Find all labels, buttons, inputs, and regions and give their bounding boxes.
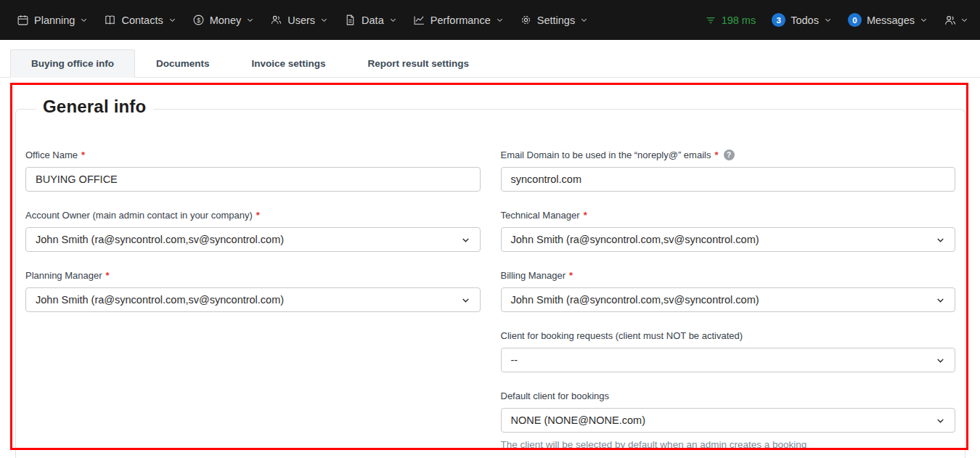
booking-client-select[interactable]: -- (501, 348, 956, 372)
nav-item-label: Performance (430, 15, 491, 26)
performance-chart-icon (413, 14, 425, 26)
field-booking-client: Client for booking requests (client must… (501, 330, 956, 372)
nav-item-settings[interactable]: Settings (512, 14, 596, 26)
field-billing-manager: Billing Manager * John Smith (ra@syncont… (501, 270, 956, 312)
chevron-down-icon (960, 16, 968, 24)
gear-icon (520, 14, 532, 26)
nav-item-performance[interactable]: Performance (405, 14, 512, 26)
general-info-section: General info Office Name * Account Owner… (15, 99, 965, 458)
main-menu: Planning Contacts $ Money Users Data Per… (9, 14, 596, 26)
field-default-client: Default client for bookings NONE (NONE@N… (501, 390, 956, 450)
default-client-select[interactable]: NONE (NONE@NONE.com) (501, 408, 956, 433)
required-asterisk: * (256, 210, 260, 221)
field-office-name: Office Name * (25, 150, 481, 192)
office-name-label: Office Name * (25, 150, 481, 160)
account-owner-label: Account Owner (main admin contact in you… (25, 210, 481, 221)
tab-report-result-settings[interactable]: Report result settings (347, 49, 491, 78)
office-name-input[interactable] (25, 167, 481, 192)
form-column-right: Email Domain to be used in the “noreply@… (501, 150, 956, 458)
select-value: John Smith (ra@syncontrol.com,sv@syncont… (36, 234, 284, 245)
account-owner-select[interactable]: John Smith (ra@syncontrol.com,sv@syncont… (25, 227, 481, 252)
form-column-left: Office Name * Account Owner (main admin … (25, 150, 481, 458)
required-asterisk: * (81, 150, 85, 160)
technical-manager-select[interactable]: John Smith (ra@syncontrol.com,sv@syncont… (501, 227, 956, 252)
technical-manager-label: Technical Manager * (501, 210, 956, 221)
chevron-down-icon (246, 16, 254, 24)
document-icon (344, 14, 356, 26)
messages-menu[interactable]: 0 Messages (848, 13, 928, 27)
chevron-down-icon (936, 356, 945, 365)
field-technical-manager: Technical Manager * John Smith (ra@synco… (501, 210, 956, 252)
nav-item-data[interactable]: Data (336, 14, 405, 26)
nav-item-label: Users (287, 15, 315, 26)
latency-indicator: 198 ms (705, 15, 756, 26)
main-content: General info Office Name * Account Owner… (0, 99, 980, 458)
nav-item-label: Contacts (121, 15, 163, 26)
money-dollar-circle-icon: $ (192, 14, 205, 26)
calendar-icon (17, 14, 29, 26)
select-value: John Smith (ra@syncontrol.com,sv@syncont… (36, 294, 284, 306)
nav-item-users[interactable]: Users (262, 14, 336, 26)
chevron-down-icon (936, 235, 945, 245)
chevron-down-icon (461, 295, 470, 305)
users-icon (944, 14, 957, 27)
billing-manager-label: Billing Manager * (501, 270, 956, 281)
chevron-down-icon (936, 295, 945, 305)
nav-item-label: Settings (537, 15, 575, 26)
chevron-down-icon (168, 16, 176, 24)
planning-manager-select[interactable]: John Smith (ra@syncontrol.com,sv@syncont… (25, 287, 481, 312)
field-email-domain: Email Domain to be used in the “noreply@… (501, 150, 956, 192)
email-domain-label: Email Domain to be used in the “noreply@… (501, 150, 956, 160)
users-icon (270, 14, 282, 26)
billing-manager-select[interactable]: John Smith (ra@syncontrol.com,sv@syncont… (501, 287, 956, 312)
section-title: General info (36, 97, 153, 117)
todos-label: Todos (791, 15, 819, 26)
tab-documents[interactable]: Documents (135, 49, 231, 78)
top-navbar: Planning Contacts $ Money Users Data Per… (0, 0, 980, 40)
chevron-down-icon (580, 16, 588, 24)
todos-menu[interactable]: 3 Todos (772, 13, 832, 27)
todos-count-badge: 3 (772, 13, 785, 27)
default-client-label: Default client for bookings (501, 390, 956, 401)
signal-bars-icon (705, 15, 716, 26)
chevron-down-icon (80, 16, 88, 24)
booking-client-label: Client for booking requests (client must… (501, 330, 956, 341)
select-value: -- (511, 354, 518, 366)
svg-text:$: $ (197, 17, 200, 24)
required-asterisk: * (106, 270, 110, 281)
messages-count-badge: 0 (848, 13, 862, 27)
required-asterisk: * (569, 270, 573, 281)
nav-item-contacts[interactable]: Contacts (96, 14, 184, 26)
select-value: NONE (NONE@NONE.com) (511, 414, 646, 426)
chevron-down-icon (389, 16, 397, 24)
nav-item-label: Money (210, 15, 242, 26)
planning-manager-label: Planning Manager * (25, 270, 481, 281)
general-info-form: Office Name * Account Owner (main admin … (25, 150, 955, 458)
select-value: John Smith (ra@syncontrol.com,sv@syncont… (511, 294, 759, 306)
nav-item-label: Data (362, 15, 384, 26)
chevron-down-icon (936, 416, 945, 425)
tab-bar: Buying office info Documents Invoice set… (0, 49, 980, 78)
required-asterisk: * (584, 210, 587, 221)
chevron-down-icon (824, 16, 832, 24)
nav-item-planning[interactable]: Planning (9, 14, 96, 26)
required-asterisk: * (714, 150, 718, 160)
field-planning-manager: Planning Manager * John Smith (ra@syncon… (25, 270, 481, 312)
field-account-owner: Account Owner (main admin contact in you… (25, 210, 481, 252)
chevron-down-icon (920, 16, 928, 24)
select-value: John Smith (ra@syncontrol.com,sv@syncont… (511, 234, 759, 245)
latency-value: 198 ms (722, 15, 756, 26)
question-circle-icon[interactable]: ? (724, 150, 735, 160)
nav-item-money[interactable]: $ Money (184, 14, 263, 26)
email-domain-input[interactable] (501, 167, 956, 192)
navbar-right: 198 ms 3 Todos 0 Messages (705, 13, 968, 27)
chevron-down-icon (320, 16, 328, 24)
user-account-menu[interactable] (944, 14, 968, 27)
chevron-down-icon (496, 16, 504, 24)
nav-item-label: Planning (34, 15, 75, 26)
tab-buying-office-info[interactable]: Buying office info (10, 49, 135, 78)
chevron-down-icon (461, 235, 470, 245)
messages-label: Messages (867, 15, 915, 26)
default-client-helper-text: The client will be selected by default w… (501, 439, 956, 450)
tab-invoice-settings[interactable]: Invoice settings (231, 49, 347, 78)
